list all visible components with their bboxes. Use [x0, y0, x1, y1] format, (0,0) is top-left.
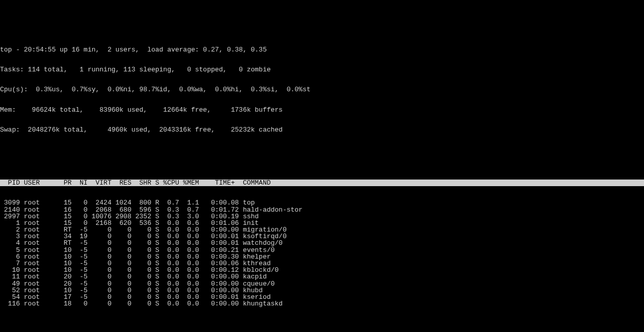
top-summary: top - 20:54:55 up 16 min, 2 users, load …: [0, 33, 644, 146]
top-header-row: PID USER PR NI VIRT RES SHR S %CPU %MEM …: [0, 180, 644, 186]
top-line-cpu: Cpu(s): 0.3%us, 0.7%sy, 0.0%ni, 98.7%id,…: [0, 86, 644, 93]
process-row: 52 root 10 -5 0 0 0 S 0.0 0.0 0:00.00 kh…: [0, 287, 644, 294]
process-row: 2140 root 16 0 2068 680 596 S 0.3 0.7 0:…: [0, 207, 644, 213]
top-line-swap: Swap: 2048276k total, 4960k used, 204331…: [0, 126, 644, 133]
process-row: 4 root RT -5 0 0 0 S 0.0 0.0 0:00.01 wat…: [0, 240, 644, 246]
process-row: 49 root 20 -5 0 0 0 S 0.0 0.0 0:00.00 cq…: [0, 280, 644, 287]
process-row: 11 root 20 -5 0 0 0 S 0.0 0.0 0:00.00 ka…: [0, 273, 644, 280]
process-row: 116 root 18 0 0 0 0 S 0.0 0.0 0:00.00 kh…: [0, 300, 644, 307]
top-line-tasks: Tasks: 114 total, 1 running, 113 sleepin…: [0, 66, 644, 73]
process-row: 3099 root 15 0 2424 1024 800 R 0.7 1.1 0…: [0, 199, 644, 206]
process-row: 5 root 10 -5 0 0 0 S 0.0 0.0 0:00.21 eve…: [0, 247, 644, 253]
process-list: 3099 root 15 0 2424 1024 800 R 0.7 1.1 0…: [0, 199, 644, 307]
pane-top[interactable]: top - 20:54:55 up 16 min, 2 users, load …: [0, 20, 644, 320]
top-line-mem: Mem: 96624k total, 83960k used, 12664k f…: [0, 107, 644, 113]
top-line-uptime: top - 20:54:55 up 16 min, 2 users, load …: [0, 46, 644, 53]
process-row: 2997 root 15 0 10076 2908 2352 S 0.3 3.0…: [0, 213, 644, 220]
